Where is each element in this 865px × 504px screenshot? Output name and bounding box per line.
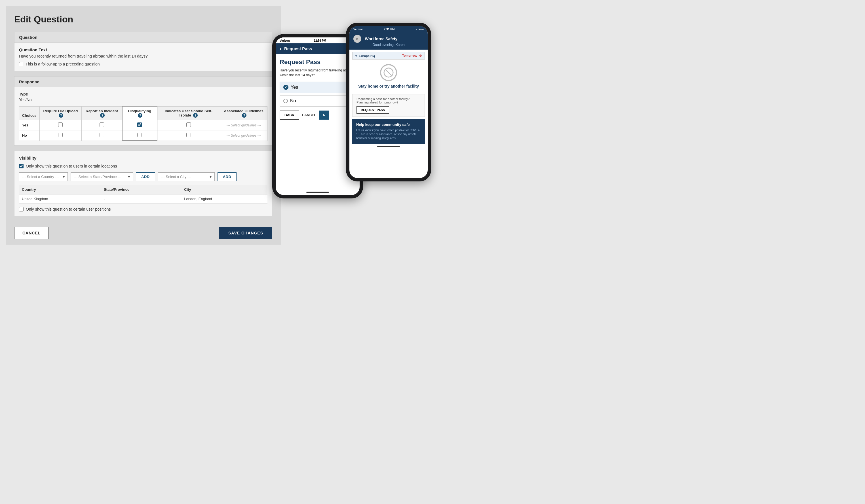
no-radio-icon [283,99,288,103]
phone1-yes-option[interactable]: ✓ Yes [280,82,356,93]
yes-check-icon: ✓ [283,85,288,90]
denied-circle-icon [380,64,397,81]
phone1-next-btn[interactable]: N [319,110,330,120]
response-card-body: Type Yes/No Choices Require File Upload … [14,87,272,145]
europe-hq-bar: ▾ Europe HQ Tomorrow ⊘ [352,52,425,60]
disqualifying-yes [122,120,157,130]
phone1-question: Have you recently returned from travelin… [280,68,356,78]
phone2-wifi-icon: ▲ [415,28,417,31]
guidelines-yes: --- Select guidelines --- [220,120,267,130]
guidelines-no: --- Select guidelines --- [220,130,267,141]
require-file-no-checkbox[interactable] [58,133,63,137]
response-table: Choices Require File Upload ? Report an … [19,106,267,141]
phone2-battery-label: 40% [419,28,424,31]
positions-checkbox-row: Only show this question to certain user … [19,207,267,211]
community-text: Let us know if you have tested positive … [356,128,421,140]
report-incident-no-checkbox[interactable] [100,133,104,137]
follow-up-label: This is a follow-up to a preceding quest… [25,62,100,66]
col-require-file: Require File Upload ? [39,106,82,120]
col-report-incident: Report an Incident ? [82,106,122,120]
question-card: Question Question Text Have you recently… [14,32,272,71]
positions-checkbox[interactable] [19,207,24,211]
phone2-carrier: Verizon [353,28,364,31]
choice-no: No [19,130,40,141]
phone1-title: Request Pass [280,58,356,66]
phone2-app-title: Workforce Safety [365,37,397,41]
col-city: City [181,185,267,194]
phone1-no-option[interactable]: No [280,95,356,107]
col-guidelines: Associated Guidelines ? [220,106,267,120]
require-file-yes-checkbox[interactable] [58,122,63,127]
report-incident-yes [82,120,122,130]
visibility-section: Visibility Only show this question to us… [14,151,272,216]
report-incident-yes-checkbox[interactable] [100,122,104,127]
col-country: Country [19,185,101,194]
country-select[interactable]: --- Select a Country --- [19,172,68,181]
self-isolate-yes-checkbox[interactable] [186,122,191,127]
type-label: Type [19,92,267,96]
self-isolate-yes [157,120,220,130]
phone2-header: K Workforce Safety Good evening, Karen [349,32,428,50]
response-card-header: Response [14,77,272,87]
require-file-yes [39,120,82,130]
guidelines-yes-placeholder: --- Select guidelines --- [226,123,261,127]
back-arrow-icon[interactable]: ‹ [280,46,281,51]
col-self-isolate: Indicates User Should Self-Isolate ? [157,106,220,120]
phone1-header-title: Request Pass [284,46,312,51]
phone2-greeting: Good evening, Karen [353,43,424,47]
europe-hq-label: Europe HQ [359,54,375,58]
help-guidelines-icon[interactable]: ? [242,113,246,118]
question-card-body: Question Text Have you recently returned… [14,43,272,71]
state-select[interactable]: --- Select a State/Province --- [71,172,133,181]
request-pass-button[interactable]: REQUEST PASS [357,106,389,114]
city-select[interactable]: --- Select a City --- [158,172,215,181]
location-city: London, England [181,194,267,203]
request-another-text: Requesting a pass for another facility? … [357,97,420,104]
report-incident-no [82,130,122,141]
help-self-isolate-icon[interactable]: ? [193,113,198,118]
choice-yes: Yes [19,120,40,130]
question-text-value: Have you recently returned from travelin… [19,54,267,58]
phone1-cancel-btn[interactable]: CANCEL [302,110,316,120]
add-city-button[interactable]: ADD [218,172,237,181]
phone2-home-indicator [377,146,400,147]
phone1-back-btn[interactable]: BACK [280,110,299,120]
phones-area: Verizon 12:56 PM ▲ ▐ ‹ Request Pass Requ… [272,6,431,245]
phone2-status-bar: Verizon 7:31 PM ▲ 40% [349,26,428,32]
disqualifying-no-checkbox[interactable] [137,133,142,137]
help-disqualifying-icon[interactable]: ? [138,113,142,118]
location-checkbox[interactable] [19,164,24,168]
location-country: United Kingdom [19,194,101,203]
europe-hq-left: ▾ Europe HQ [355,54,375,58]
cancel-button[interactable]: CANCEL [14,227,49,239]
cancel-circle-icon: ⊘ [419,54,422,57]
phone1-yes-label: Yes [291,85,298,90]
state-select-wrapper: --- Select a State/Province --- ▼ [71,172,133,181]
follow-up-checkbox[interactable] [19,62,23,66]
chevron-icon: ▾ [355,55,357,58]
help-report-incident-icon[interactable]: ? [100,113,105,118]
city-select-wrapper: --- Select a City --- ▼ [158,172,215,181]
col-state: State/Province [101,185,181,194]
location-row: United Kingdom - London, England [19,194,267,203]
phone-workforce-safety: Verizon 7:31 PM ▲ 40% K Workforce Safety… [346,23,431,181]
main-panel: Edit Question Question Question Text Hav… [6,6,281,245]
stay-home-text: Stay home or try another facility [358,84,419,89]
save-changes-button[interactable]: SAVE CHANGES [219,227,272,239]
require-file-no [39,130,82,141]
visibility-title: Visibility [19,156,267,161]
disqualifying-yes-checkbox[interactable] [137,122,142,127]
add-location-button[interactable]: ADD [136,172,155,181]
question-text-label: Question Text [19,47,267,52]
phone1-time: 12:56 PM [314,39,326,42]
phone2-status-icons: ▲ 40% [415,28,424,31]
no-entry-icon [383,68,394,78]
response-card: Response Type Yes/No Choices Require Fil… [14,76,272,146]
denied-area: Stay home or try another facility [349,60,428,94]
svg-line-1 [385,69,392,76]
help-require-file-icon[interactable]: ? [59,113,63,118]
wf-header-wrap: K Workforce Safety [353,35,424,43]
location-selects-row: --- Select a Country --- ▼ --- Select a … [19,172,267,181]
phone1-carrier: Verizon [280,39,290,42]
self-isolate-no-checkbox[interactable] [186,133,191,137]
